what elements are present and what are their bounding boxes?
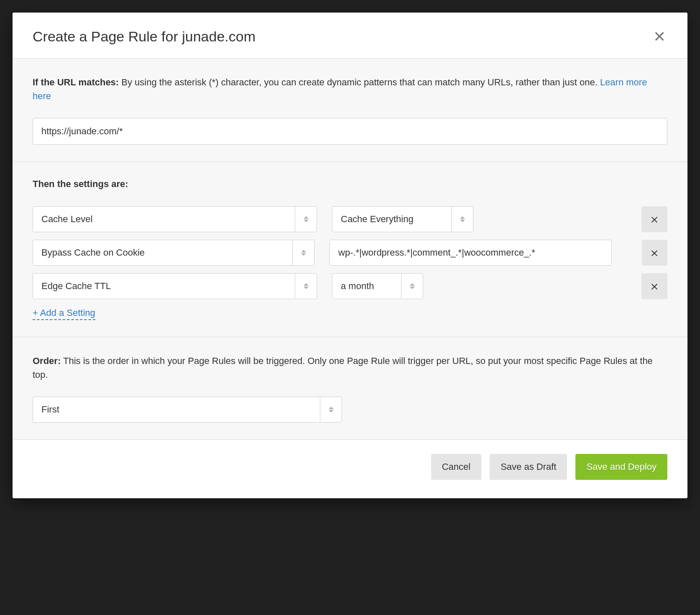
url-match-description: If the URL matches: By using the asteris…: [33, 75, 667, 103]
add-setting-link[interactable]: + Add a Setting: [33, 308, 95, 320]
remove-setting-button[interactable]: [642, 240, 667, 266]
modal-title: Create a Page Rule for junade.com: [33, 28, 255, 45]
close-icon: ✕: [653, 28, 666, 45]
url-match-text: By using the asterisk (*) character, you…: [121, 77, 600, 87]
close-button[interactable]: ✕: [651, 29, 667, 44]
settings-section: Then the settings are: Cache Level Cache…: [13, 161, 687, 337]
url-pattern-input[interactable]: [33, 118, 667, 145]
setting-row-cache-level: Cache Level Cache Everything: [33, 206, 667, 232]
modal-header: Create a Page Rule for junade.com ✕: [13, 13, 687, 58]
url-match-label: If the URL matches:: [33, 77, 119, 87]
setting-value-select[interactable]: Cache Everything: [332, 206, 473, 232]
setting-value-text: Cache Everything: [332, 207, 451, 232]
create-page-rule-modal: Create a Page Rule for junade.com ✕ If t…: [13, 13, 687, 498]
url-match-section: If the URL matches: By using the asteris…: [13, 58, 687, 161]
select-caret-icon: [451, 207, 473, 232]
setting-key-select[interactable]: Edge Cache TTL: [33, 273, 317, 299]
remove-setting-button[interactable]: [641, 273, 667, 299]
cancel-button[interactable]: Cancel: [431, 454, 481, 480]
setting-value-select[interactable]: a month: [332, 273, 423, 299]
order-description: Order: This is the order in which your P…: [33, 354, 667, 382]
modal-footer: Cancel Save as Draft Save and Deploy: [13, 439, 687, 498]
select-caret-icon: [401, 274, 423, 299]
select-caret-icon: [295, 274, 317, 299]
setting-key-value: Edge Cache TTL: [33, 274, 295, 299]
setting-row-bypass-cookie: Bypass Cache on Cookie: [33, 240, 667, 266]
order-label: Order:: [33, 356, 61, 366]
order-section: Order: This is the order in which your P…: [13, 337, 687, 439]
setting-key-value: Cache Level: [33, 207, 295, 232]
order-value: First: [33, 397, 320, 422]
setting-value-text: a month: [332, 274, 401, 299]
settings-title: Then the settings are:: [33, 179, 667, 190]
save-draft-button[interactable]: Save as Draft: [490, 454, 567, 480]
order-select[interactable]: First: [33, 397, 342, 423]
remove-setting-button[interactable]: [641, 206, 667, 232]
setting-value-input[interactable]: [330, 240, 611, 266]
setting-key-value: Bypass Cache on Cookie: [33, 240, 292, 265]
remove-icon: [650, 248, 659, 257]
select-caret-icon: [295, 207, 317, 232]
order-text-body: This is the order in which your Page Rul…: [33, 356, 653, 380]
remove-icon: [650, 282, 659, 291]
settings-rows: Cache Level Cache Everything: [33, 206, 667, 299]
save-deploy-button[interactable]: Save and Deploy: [575, 454, 667, 480]
remove-icon: [650, 215, 659, 224]
setting-key-select[interactable]: Cache Level: [33, 206, 317, 232]
select-caret-icon: [320, 397, 342, 422]
setting-key-select[interactable]: Bypass Cache on Cookie: [33, 240, 314, 266]
select-caret-icon: [292, 240, 314, 265]
setting-row-edge-ttl: Edge Cache TTL a month: [33, 273, 667, 299]
